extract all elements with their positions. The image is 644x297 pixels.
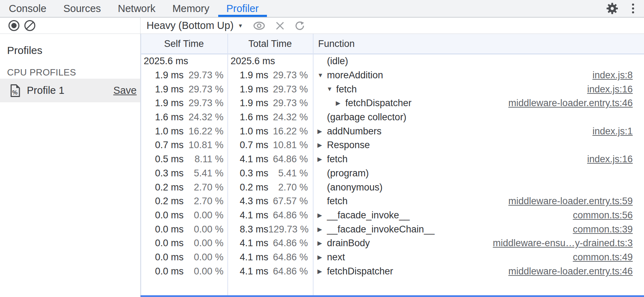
table-row[interactable]: 1.9 ms29.73 %1.9 ms29.73 %▼fetchindex.js… (141, 82, 644, 96)
table-row[interactable]: 2025.6 ms2025.6 ms(idle) (141, 54, 644, 68)
gear-icon[interactable] (606, 2, 619, 15)
self-time-ms: 0.0 ms (141, 266, 184, 277)
table-row[interactable]: 0.2 ms2.70 %0.2 ms2.70 %(anonymous) (141, 180, 644, 194)
table-row[interactable]: 1.9 ms29.73 %1.9 ms29.73 %▶fetchDispatch… (141, 96, 644, 110)
function-name: (program) (327, 168, 369, 179)
function-name: (anonymous) (327, 182, 383, 193)
profile-view-dropdown-label: Heavy (Bottom Up) (147, 20, 234, 31)
table-row[interactable]: 0.3 ms5.41 %0.3 ms5.41 %(program) (141, 166, 644, 181)
triangle-right-icon[interactable]: ▶ (336, 99, 345, 107)
triangle-down-icon[interactable]: ▼ (327, 86, 336, 93)
sidebar-item-profile-1[interactable]: % Profile 1 Save (0, 79, 140, 102)
horizontal-scrollbar[interactable] (141, 295, 644, 297)
self-time-ms: 0.0 ms (141, 224, 184, 235)
self-time-ms: 0.0 ms (141, 210, 184, 221)
self-time-ms: 0.2 ms (141, 196, 184, 207)
bottom-up-table: Self Time Total Time Function 2025.6 ms2… (141, 34, 644, 297)
source-link[interactable]: index.js:16 (580, 84, 633, 95)
self-time-ms: 1.9 ms (141, 70, 184, 81)
x-icon[interactable] (275, 21, 285, 30)
triangle-right-icon[interactable]: ▶ (317, 240, 327, 247)
triangle-down-icon[interactable]: ▼ (317, 72, 327, 79)
record-icon[interactable] (8, 20, 19, 31)
triangle-right-icon[interactable]: ▶ (317, 141, 327, 149)
profiler-toolbar: Heavy (Bottom Up) ▼ (0, 18, 644, 34)
total-time-pct: 16.22 % (268, 126, 308, 137)
self-time-cell: 0.2 ms2.70 % (141, 194, 227, 208)
source-link[interactable]: common.ts:49 (566, 252, 633, 263)
self-time-cell: 0.0 ms0.00 % (141, 208, 227, 223)
total-time-pct: 24.32 % (268, 112, 308, 123)
source-link[interactable]: common.ts:39 (566, 224, 633, 235)
table-row[interactable]: 1.9 ms29.73 %1.9 ms29.73 %▼moreAdditioni… (141, 68, 644, 83)
triangle-right-icon[interactable]: ▶ (317, 268, 327, 275)
source-link[interactable]: index.js:16 (580, 154, 633, 165)
save-link[interactable]: Save (113, 85, 137, 96)
source-link[interactable]: middleware-loader.entry.ts:59 (501, 196, 633, 207)
eye-icon[interactable] (253, 21, 266, 30)
profile-view-dropdown[interactable]: Heavy (Bottom Up) ▼ (147, 20, 243, 31)
source-link[interactable]: middleware-loader.entry.ts:46 (501, 266, 633, 277)
triangle-right-icon[interactable]: ▶ (317, 226, 327, 233)
self-time-cell: 0.0 ms0.00 % (141, 250, 227, 265)
column-header-total-time[interactable]: Total Time (227, 34, 313, 54)
table-row[interactable]: 0.0 ms0.00 %4.1 ms64.86 %▶drainBodymiddl… (141, 236, 644, 250)
total-time-pct: 67.57 % (268, 196, 308, 207)
triangle-right-icon[interactable]: ▶ (317, 128, 327, 135)
total-time-pct: 29.73 % (268, 70, 308, 81)
total-time-ms: 4.1 ms (227, 266, 268, 277)
self-time-pct: 29.73 % (184, 70, 223, 81)
function-cell: (idle) (313, 54, 644, 68)
self-time-pct: 2.70 % (184, 182, 223, 193)
table-row[interactable]: 0.5 ms8.11 %4.1 ms64.86 %▶fetchindex.js:… (141, 152, 644, 166)
source-link[interactable]: middleware-loader.entry.ts:46 (501, 98, 633, 109)
self-time-pct: 29.73 % (184, 84, 223, 95)
function-cell: (program) (313, 166, 644, 181)
table-row[interactable]: 0.0 ms0.00 %8.3 ms129.73 %▶__facade_invo… (141, 222, 644, 236)
table-row[interactable]: 1.0 ms16.22 %1.0 ms16.22 %▶addNumbersind… (141, 124, 644, 138)
self-time-ms: 2025.6 ms (141, 56, 188, 67)
source-link[interactable]: middleware-ensu…y-drained.ts:3 (486, 238, 633, 249)
total-time-ms: 4.1 ms (227, 238, 268, 249)
refresh-icon[interactable] (294, 20, 305, 31)
tab-network[interactable]: Network (110, 0, 163, 17)
function-cell: ▼moreAdditionindex.js:8 (313, 68, 644, 83)
tab-profiler[interactable]: Profiler (218, 0, 267, 17)
total-time-ms: 8.3 ms (227, 224, 268, 235)
total-time-pct: 29.73 % (268, 98, 308, 109)
clear-all-icon[interactable] (24, 20, 35, 31)
total-time-ms: 0.7 ms (227, 140, 268, 151)
three-dot-menu-icon[interactable] (631, 2, 636, 15)
profiler-toolbar-left (0, 18, 141, 34)
source-link[interactable]: index.js:1 (585, 126, 633, 137)
source-link[interactable]: common.ts:56 (566, 210, 633, 221)
total-time-cell: 0.2 ms2.70 % (227, 180, 313, 194)
triangle-right-icon[interactable]: ▶ (317, 254, 327, 261)
table-row[interactable]: 0.2 ms2.70 %4.3 ms67.57 %fetchmiddleware… (141, 194, 644, 208)
profiler-toolbar-right: Heavy (Bottom Up) ▼ (141, 18, 644, 34)
self-time-cell: 1.9 ms29.73 % (141, 68, 227, 83)
column-divider[interactable] (313, 34, 314, 297)
tab-console[interactable]: Console (1, 0, 54, 17)
total-time-cell: 8.3 ms129.73 % (227, 222, 313, 236)
table-row[interactable]: 0.7 ms10.81 %0.7 ms10.81 %▶Response (141, 138, 644, 152)
column-header-self-time[interactable]: Self Time (141, 34, 227, 54)
triangle-right-icon[interactable]: ▶ (317, 156, 327, 163)
source-link[interactable]: index.js:8 (585, 70, 633, 81)
table-row[interactable]: 0.0 ms0.00 %4.1 ms64.86 %▶nextcommon.ts:… (141, 250, 644, 265)
cpu-profiles-heading: CPU PROFILES (7, 67, 76, 78)
self-time-cell: 0.0 ms0.00 % (141, 236, 227, 250)
column-header-function[interactable]: Function (313, 34, 644, 54)
self-time-ms: 0.2 ms (141, 182, 184, 193)
column-divider[interactable] (227, 34, 228, 297)
tab-sources[interactable]: Sources (55, 0, 109, 17)
tab-memory[interactable]: Memory (164, 0, 217, 17)
table-row[interactable]: 0.0 ms0.00 %4.1 ms64.86 %▶__facade_invok… (141, 208, 644, 223)
function-cell: ▶fetchDispatchermiddleware-loader.entry.… (313, 264, 644, 278)
self-time-cell: 0.0 ms0.00 % (141, 222, 227, 236)
total-time-ms: 1.9 ms (227, 84, 268, 95)
table-row[interactable]: 0.0 ms0.00 %4.1 ms64.86 %▶fetchDispatche… (141, 264, 644, 278)
self-time-cell: 2025.6 ms (141, 54, 227, 68)
triangle-right-icon[interactable]: ▶ (317, 212, 327, 219)
table-row[interactable]: 1.6 ms24.32 %1.6 ms24.32 %(garbage colle… (141, 110, 644, 125)
